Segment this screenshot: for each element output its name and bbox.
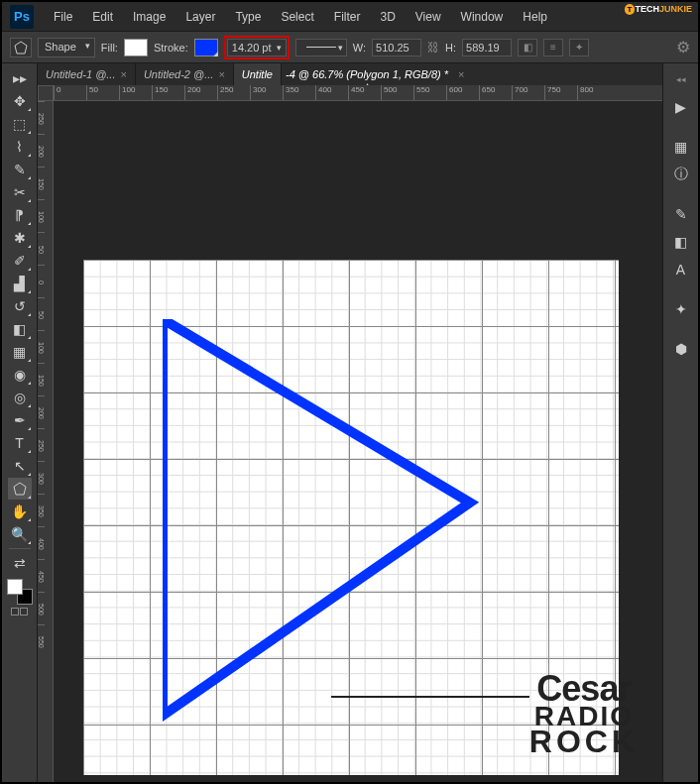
polygon-shape[interactable] <box>163 319 500 735</box>
menu-3d[interactable]: 3D <box>370 6 405 28</box>
character-panel-icon[interactable]: A <box>669 258 693 281</box>
document-tab[interactable]: Untitle <box>234 63 282 85</box>
document-area: Untitled-1 @...×Untitled-2 @...×Untitle … <box>38 63 662 782</box>
dodge-tool[interactable]: ◎ <box>8 387 32 408</box>
path-operations-icon[interactable]: ◧ <box>518 39 537 56</box>
ruler-tick: 200 <box>184 85 217 100</box>
ruler-tick: 450 <box>348 85 381 100</box>
fill-swatch[interactable] <box>124 39 148 56</box>
svg-marker-1 <box>14 483 26 495</box>
polygon-tool-icon[interactable] <box>10 38 32 57</box>
stroke-style-dropdown[interactable] <box>295 39 347 56</box>
watermark-line <box>331 696 529 698</box>
eraser-tool[interactable]: ◧ <box>8 318 32 340</box>
tools-panel: ▸▸ ✥ ⬚ ⌇ ✎ ✂ ⁋ ✱ ✐ ▟ ↺ ◧ ▦ ◉ ◎ ✒ T ↖ ✋ 🔍… <box>2 63 38 782</box>
close-icon[interactable]: × <box>452 68 470 80</box>
stroke-width-input[interactable]: 14.20 pt▾ <box>227 39 287 56</box>
info-panel-icon[interactable]: ⓘ <box>669 163 693 186</box>
watermark-line3: ROCK <box>529 728 639 755</box>
type-tool[interactable]: T <box>8 432 32 454</box>
menu-type[interactable]: Type <box>225 6 271 28</box>
quick-mask-icons[interactable] <box>11 608 28 616</box>
vertical-ruler[interactable]: 2502001501005005010015020025030035040045… <box>38 101 54 782</box>
close-icon[interactable]: × <box>218 68 224 80</box>
watermark-techjunkie: TTECHJUNKIE <box>625 4 692 14</box>
hand-tool[interactable]: ✋ <box>8 501 32 522</box>
ruler-tick: 150 <box>152 85 184 100</box>
menu-window[interactable]: Window <box>451 6 514 28</box>
crop-tool[interactable]: ✂ <box>8 181 32 203</box>
path-arrangement-icon[interactable]: ✦ <box>569 39 589 56</box>
swap-colors-icon[interactable]: ⇄ <box>8 552 32 574</box>
document-tabs: Untitled-1 @...×Untitled-2 @...×Untitle … <box>38 63 662 85</box>
quick-selection-tool[interactable]: ✎ <box>8 159 32 180</box>
ruler-tick: 100 <box>119 85 152 100</box>
foreground-color[interactable] <box>7 579 23 595</box>
close-icon[interactable]: × <box>120 68 126 80</box>
clone-stamp-tool[interactable]: ▟ <box>8 273 32 294</box>
ruler-tick: 50 <box>38 232 45 265</box>
ruler-tick: 200 <box>38 395 45 428</box>
ruler-tick: 150 <box>38 363 45 395</box>
blur-tool[interactable]: ◉ <box>8 364 32 386</box>
document-tab[interactable]: Untitled-1 @...× <box>38 63 136 85</box>
ruler-tick: 700 <box>512 85 544 100</box>
menu-help[interactable]: Help <box>513 6 557 28</box>
clone-source-panel-icon[interactable]: ◧ <box>669 230 693 254</box>
menu-bar: Ps FileEditImageLayerTypeSelectFilter3DV… <box>2 2 698 32</box>
horizontal-ruler[interactable]: 0501001502002503003504004505005506006507… <box>54 85 662 101</box>
link-dimensions-icon[interactable]: ⛓ <box>427 41 439 55</box>
stroke-swatch[interactable] <box>194 39 218 56</box>
right-panel: ◂◂ ▶ ▦ ⓘ ✎ ◧ A ✦ ⬢ <box>662 63 698 782</box>
tool-presets-panel-icon[interactable]: ✦ <box>669 297 693 321</box>
zoom-tool[interactable]: 🔍 <box>8 523 32 545</box>
marquee-tool[interactable]: ⬚ <box>8 113 32 135</box>
menu-image[interactable]: Image <box>123 6 175 28</box>
document-tab[interactable]: Untitled-2 @...× <box>136 63 234 85</box>
stroke-width-highlight: 14.20 pt▾ <box>224 36 290 59</box>
color-swatches[interactable] <box>7 579 33 605</box>
gear-icon[interactable]: ⚙ <box>676 38 690 56</box>
ruler-tick: 600 <box>446 85 479 100</box>
canvas[interactable]: Cesar RADIO ROCK <box>83 260 619 775</box>
ruler-tick: 350 <box>283 85 315 100</box>
menu-layer[interactable]: Layer <box>175 6 225 28</box>
path-alignment-icon[interactable]: ≡ <box>543 39 563 56</box>
menu-select[interactable]: Select <box>271 6 323 28</box>
ruler-origin[interactable] <box>38 85 54 101</box>
collapse-arrow-icon[interactable]: ▸▸ <box>8 67 32 89</box>
ruler-tick: 250 <box>38 101 45 134</box>
menu-edit[interactable]: Edit <box>82 6 123 28</box>
histogram-panel-icon[interactable]: ▦ <box>669 135 693 159</box>
watermark-cesar: Cesar RADIO ROCK <box>529 674 639 755</box>
ruler-tick: 300 <box>38 461 45 494</box>
app-logo[interactable]: Ps <box>10 5 34 29</box>
ruler-tick: 550 <box>38 624 45 657</box>
move-tool[interactable]: ✥ <box>8 90 32 112</box>
shape-tool[interactable] <box>8 478 32 500</box>
brush-presets-panel-icon[interactable]: ✎ <box>669 202 693 226</box>
path-selection-tool[interactable]: ↖ <box>8 455 32 477</box>
menu-filter[interactable]: Filter <box>324 6 371 28</box>
collapse-right-icon[interactable]: ◂◂ <box>669 67 693 91</box>
separator <box>9 548 31 549</box>
gradient-tool[interactable]: ▦ <box>8 341 32 363</box>
play-panel-icon[interactable]: ▶ <box>669 95 693 119</box>
width-input[interactable] <box>372 39 421 56</box>
height-label: H: <box>445 42 456 54</box>
main-area: ▸▸ ✥ ⬚ ⌇ ✎ ✂ ⁋ ✱ ✐ ▟ ↺ ◧ ▦ ◉ ◎ ✒ T ↖ ✋ 🔍… <box>2 63 698 782</box>
ruler-tick: 100 <box>38 330 45 363</box>
lasso-tool[interactable]: ⌇ <box>8 136 32 158</box>
shape-mode-dropdown[interactable]: Shape <box>38 38 95 57</box>
3d-panel-icon[interactable]: ⬢ <box>669 337 693 361</box>
brush-tool[interactable]: ✐ <box>8 250 32 272</box>
height-input[interactable] <box>462 39 512 56</box>
healing-brush-tool[interactable]: ✱ <box>8 227 32 249</box>
menu-view[interactable]: View <box>406 6 451 28</box>
menu-file[interactable]: File <box>44 6 82 28</box>
eyedropper-tool[interactable]: ⁋ <box>8 204 32 226</box>
pen-tool[interactable]: ✒ <box>8 409 32 431</box>
history-brush-tool[interactable]: ↺ <box>8 295 32 317</box>
canvas-viewport[interactable]: Cesar RADIO ROCK <box>54 101 662 782</box>
chevron-down-icon: ▾ <box>277 43 282 53</box>
